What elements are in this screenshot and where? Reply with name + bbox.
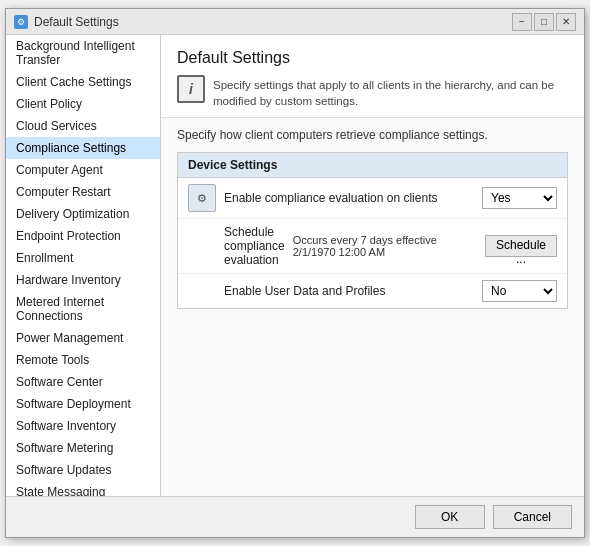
user-data-select[interactable]: NoYes [482, 280, 557, 302]
settings-rows: ⚙Enable compliance evaluation on clients… [178, 178, 567, 308]
sidebar-item-computer-restart[interactable]: Computer Restart [6, 181, 160, 203]
sidebar: Background Intelligent TransferClient Ca… [6, 35, 161, 496]
user-data-label: Enable User Data and Profiles [188, 284, 474, 298]
sidebar-item-cloud-services[interactable]: Cloud Services [6, 115, 160, 137]
header-description: Specify settings that apply to all clien… [213, 75, 568, 109]
section-subtitle: Specify how client computers retrieve co… [177, 128, 568, 142]
title-bar: ⚙ Default Settings − □ ✕ [6, 9, 584, 35]
sidebar-item-metered-internet-connections[interactable]: Metered Internet Connections [6, 291, 160, 327]
window-body: Background Intelligent TransferClient Ca… [6, 35, 584, 496]
device-settings-header: Device Settings [178, 153, 567, 178]
page-title: Default Settings [177, 49, 568, 67]
compliance-select[interactable]: YesNo [482, 187, 557, 209]
compliance-label: Enable compliance evaluation on clients [224, 191, 474, 205]
header-desc-row: i Specify settings that apply to all cli… [177, 75, 568, 109]
sidebar-item-remote-tools[interactable]: Remote Tools [6, 349, 160, 371]
main-header: Default Settings i Specify settings that… [161, 35, 584, 118]
device-settings-box: Device Settings ⚙Enable compliance evalu… [177, 152, 568, 309]
main-content: Default Settings i Specify settings that… [161, 35, 584, 496]
info-icon: i [177, 75, 205, 103]
sidebar-item-state-messaging[interactable]: State Messaging [6, 481, 160, 496]
sidebar-item-software-center[interactable]: Software Center [6, 371, 160, 393]
settings-row-enable-compliance: ⚙Enable compliance evaluation on clients… [178, 178, 567, 219]
sidebar-item-enrollment[interactable]: Enrollment [6, 247, 160, 269]
title-bar-controls: − □ ✕ [512, 13, 576, 31]
sidebar-item-delivery-optimization[interactable]: Delivery Optimization [6, 203, 160, 225]
sidebar-item-background-intelligent-transfer[interactable]: Background Intelligent Transfer [6, 35, 160, 71]
sidebar-item-endpoint-protection[interactable]: Endpoint Protection [6, 225, 160, 247]
cancel-button[interactable]: Cancel [493, 505, 572, 529]
title-bar-left: ⚙ Default Settings [14, 15, 119, 29]
schedule-label: Schedule compliance evaluation [188, 225, 285, 267]
schedule-info-text: Occurs every 7 days effective 2/1/1970 1… [293, 234, 477, 258]
sidebar-item-software-metering[interactable]: Software Metering [6, 437, 160, 459]
sidebar-item-power-management[interactable]: Power Management [6, 327, 160, 349]
window-title: Default Settings [34, 15, 119, 29]
schedule-button[interactable]: Schedule ... [485, 235, 557, 257]
footer: OK Cancel [6, 496, 584, 537]
window-icon: ⚙ [14, 15, 28, 29]
settings-row-enable-user-data: Enable User Data and ProfilesNoYes [178, 274, 567, 308]
compliance-icon: ⚙ [188, 184, 216, 212]
sidebar-item-client-policy[interactable]: Client Policy [6, 93, 160, 115]
main-window: ⚙ Default Settings − □ ✕ Background Inte… [5, 8, 585, 538]
sidebar-item-software-updates[interactable]: Software Updates [6, 459, 160, 481]
sidebar-item-client-cache-settings[interactable]: Client Cache Settings [6, 71, 160, 93]
compliance-control: YesNo [482, 187, 557, 209]
sidebar-item-hardware-inventory[interactable]: Hardware Inventory [6, 269, 160, 291]
minimize-button[interactable]: − [512, 13, 532, 31]
sidebar-item-compliance-settings[interactable]: Compliance Settings [6, 137, 160, 159]
main-body: Specify how client computers retrieve co… [161, 118, 584, 496]
user-data-control: NoYes [482, 280, 557, 302]
close-button[interactable]: ✕ [556, 13, 576, 31]
ok-button[interactable]: OK [415, 505, 485, 529]
settings-row-schedule-compliance: Schedule compliance evaluationOccurs eve… [178, 219, 567, 274]
sidebar-item-computer-agent[interactable]: Computer Agent [6, 159, 160, 181]
sidebar-item-software-deployment[interactable]: Software Deployment [6, 393, 160, 415]
sidebar-item-software-inventory[interactable]: Software Inventory [6, 415, 160, 437]
maximize-button[interactable]: □ [534, 13, 554, 31]
schedule-control: Occurs every 7 days effective 2/1/1970 1… [293, 234, 557, 258]
